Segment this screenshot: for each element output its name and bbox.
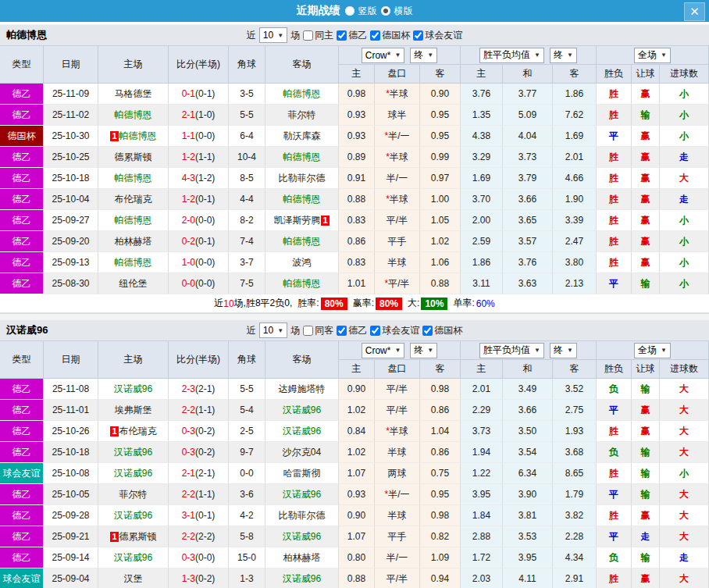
league-filter[interactable]: 德国杯 [422, 324, 462, 337]
sub-column-header: 主 [461, 360, 503, 379]
view-radio[interactable] [381, 6, 390, 16]
score: 0-3(0-2) [169, 421, 229, 442]
scope-dropdown[interactable]: 全场▼ [634, 343, 671, 358]
league-filter-checkbox[interactable] [422, 326, 433, 336]
away-team: 汉诺威96 [265, 568, 339, 588]
away-odds: 0.94 [420, 568, 461, 588]
league-filter-checkbox[interactable] [370, 326, 380, 336]
bookmaker-dropdown[interactable]: Crow*▼ [362, 48, 405, 63]
result-handicap: 赢 [632, 400, 660, 421]
titlebar: 近期战绩 竖版横版 ✕ [0, 0, 709, 22]
match-count-dropdown-value: 10 [263, 30, 273, 41]
bookmaker-dropdown[interactable]: Crow*▼ [362, 343, 405, 358]
result-goals: 小 [660, 126, 709, 147]
score: 3-1(0-1) [169, 505, 229, 526]
avg-home-odds: 1.84 [461, 505, 503, 526]
league-filter-checkbox[interactable] [413, 30, 423, 41]
match-count-dropdown[interactable]: 10▼ [259, 323, 287, 338]
corners: 0-0 [229, 463, 265, 484]
score: 1-2(1-1) [169, 147, 229, 168]
league-filter-checkbox[interactable] [337, 30, 347, 41]
away-odds: 0.97 [420, 168, 461, 189]
handicap-text: 半/一 [388, 488, 409, 501]
result-wdl: 负 [597, 442, 632, 463]
same-venue-filter[interactable]: 同主 [303, 29, 333, 42]
column-header: 角球 [229, 46, 265, 84]
avg-type-dropdown[interactable]: 胜平负均值▼ [479, 48, 544, 63]
result-goals: 大 [660, 400, 709, 421]
sub-column-header: 客 [420, 360, 461, 379]
league-filter[interactable]: 德乙 [337, 29, 367, 42]
league-filter-checkbox[interactable] [337, 326, 347, 336]
scope-dropdown[interactable]: 全场▼ [634, 48, 671, 63]
odds-stage-dropdown[interactable]: 终▼ [410, 343, 437, 358]
team-name-text: 马格德堡 [115, 87, 152, 101]
away-odds: 1.09 [420, 547, 461, 568]
score: 4-3(1-2) [169, 168, 229, 189]
result-wdl: 胜 [597, 252, 632, 273]
avg-stage-dropdown[interactable]: 终▼ [550, 343, 577, 358]
same-venue-filter-checkbox[interactable] [303, 30, 313, 41]
handicap-text: 平/半 [388, 277, 409, 290]
avg-draw-odds: 6.34 [503, 463, 553, 484]
title-group: 近期战绩 竖版横版 [297, 4, 413, 18]
avg-draw-odds: 3.65 [503, 210, 553, 231]
handicap: 半/一 [375, 547, 420, 568]
match-date: 25-10-18 [44, 168, 98, 189]
fulltime-score: 2-2 [182, 404, 195, 415]
result-wdl: 胜 [597, 168, 632, 189]
same-venue-filter[interactable]: 同客 [303, 324, 333, 337]
odds-stage-dropdown[interactable]: 终▼ [410, 48, 437, 63]
close-button[interactable]: ✕ [684, 2, 705, 21]
team-name-text: 汉诺威96 [283, 530, 321, 543]
column-header: 主场 [98, 46, 169, 84]
league-filter-label: 德国杯 [382, 29, 410, 42]
avg-away-odds: 2.91 [553, 568, 597, 588]
handicap: 半球 [375, 505, 420, 526]
score: 2-2(1-1) [169, 484, 229, 505]
team-name-text: 勒沃库森 [283, 130, 321, 143]
match-date: 25-11-08 [44, 379, 98, 400]
away-odds: 0.98 [420, 379, 461, 400]
filter-bar: 近10▼场同客德乙球会友谊德国杯 [247, 323, 462, 338]
home-odds: 0.93 [339, 126, 375, 147]
corners: 5-5 [229, 379, 265, 400]
league-filter[interactable]: 德乙 [337, 324, 367, 337]
league-filter-checkbox[interactable] [370, 30, 380, 41]
league-filter[interactable]: 德国杯 [370, 29, 410, 42]
result-goals: 大 [660, 505, 709, 526]
bookmaker-dropdown-value: Crow* [365, 345, 391, 356]
league-badge: 德乙 [0, 273, 44, 294]
result-wdl: 胜 [597, 210, 632, 231]
halftime-score: (0-1) [195, 194, 215, 205]
match-row: 德乙25-08-30纽伦堡0-0(0-0)7-5帕德博恩1.01*平/半0.88… [0, 273, 709, 294]
result-handicap: 输 [632, 442, 660, 463]
chevron-down-icon: ▼ [277, 327, 283, 334]
team-name-text: 帕德博恩 [115, 214, 152, 227]
odds-stage-dropdown-value: 终 [414, 48, 423, 62]
avg-type-dropdown[interactable]: 胜平负均值▼ [479, 343, 544, 358]
view-radio[interactable] [345, 6, 354, 16]
team-name-text: 帕德博恩 [283, 87, 321, 101]
fulltime-score: 1-1 [182, 130, 195, 141]
league-filter[interactable]: 球会友谊 [370, 324, 419, 337]
avg-stage-dropdown[interactable]: 终▼ [550, 48, 577, 63]
match-count-dropdown[interactable]: 10▼ [259, 27, 287, 43]
home-team: 帕德博恩 [98, 105, 169, 126]
result-goals: 小 [660, 231, 709, 252]
league-badge: 德乙 [0, 210, 44, 231]
avg-home-odds: 2.29 [461, 400, 503, 421]
fulltime-score: 3-1 [182, 510, 195, 521]
corners: 4-4 [229, 189, 265, 210]
score: 0-1(0-1) [169, 84, 229, 105]
score: 2-2(1-1) [169, 400, 229, 421]
handicap: *半球 [375, 421, 420, 442]
home-odds: 1.07 [339, 463, 375, 484]
match-date: 25-10-18 [44, 442, 98, 463]
same-venue-filter-checkbox[interactable] [303, 326, 313, 336]
fulltime-score: 0-2 [182, 236, 195, 247]
halftime-score: (0-1) [195, 88, 215, 99]
league-filter[interactable]: 球会友谊 [413, 29, 462, 42]
home-odds: 0.83 [339, 252, 375, 273]
fulltime-score: 0-3 [182, 426, 195, 437]
